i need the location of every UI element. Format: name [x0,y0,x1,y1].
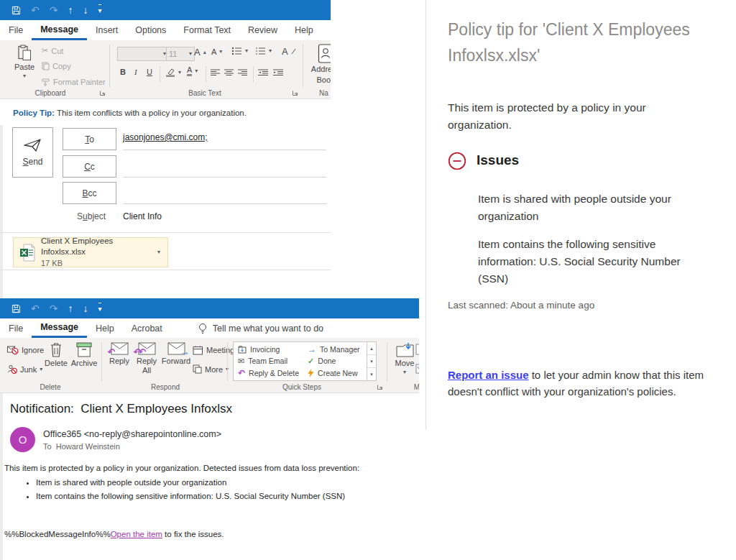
cc-button[interactable]: Cc [63,155,116,178]
attachment-dropdown-icon[interactable]: ▾ [157,249,160,255]
ignore-button[interactable]: Ignore [7,345,44,354]
italic-button[interactable]: I [134,68,137,76]
quick-step-to-manager[interactable]: → To Manager [308,344,362,355]
bold-button[interactable]: B [120,68,126,76]
move-down-icon[interactable]: ↓ [83,303,88,313]
font-size-combo[interactable]: 11 ▾ [166,47,195,61]
calendar-icon [193,345,203,355]
meeting-button[interactable]: Meeting [193,345,234,355]
underline-button[interactable]: U [147,68,152,76]
highlight-icon[interactable]: ▾ [165,68,181,77]
dialog-launcher-icon[interactable] [377,384,383,390]
quick-step-done[interactable]: ✓ Done [308,355,362,367]
to-button[interactable]: To [63,128,116,150]
forward-button[interactable]: → Forward [161,342,191,366]
gallery-down-icon[interactable]: ▾ [367,355,376,368]
redo-icon[interactable]: ↷ [50,5,58,15]
increase-indent-icon[interactable] [273,69,283,76]
customize-toolbar-icon[interactable]: ▾ [98,306,101,313]
names-group-label: Na [309,89,331,97]
field-underline [123,150,326,150]
tab-format-text[interactable]: Format Text [175,20,239,40]
reply-button[interactable]: ↶ Reply [106,342,132,366]
tab-review[interactable]: Review [239,20,286,40]
tab-options[interactable]: Options [126,20,175,40]
redo-icon[interactable]: ↷ [50,303,58,313]
paste-button[interactable]: Paste ▾ [10,45,39,79]
message-bullet-list: Item is shared with people outside your … [4,478,419,505]
reply-all-button[interactable]: ↶ ↶ ReplyAll [134,342,160,375]
quick-step-team-email[interactable]: ✉ Team Email [238,355,299,367]
numbering-icon[interactable]: ▾ [255,47,272,55]
send-button[interactable]: Send [12,127,53,178]
bcc-button[interactable]: Bcc [63,182,116,204]
more-button[interactable]: More ▾ [193,364,229,374]
attachment-chip[interactable]: Client X Employees Infoxlsx.xlsx 17 KB ▾ [13,237,168,267]
font-family-combo[interactable]: ▾ [117,47,169,61]
format-painter-icon [42,78,50,86]
tab-message[interactable]: Message [32,20,87,40]
align-center-icon[interactable] [224,69,234,76]
onenote-icon[interactable] [415,364,419,374]
address-book-button[interactable]: Address Book [308,44,331,84]
sender-line[interactable]: Office365 <no-reply@sharepointonline.com… [43,429,221,439]
reading-ribbon: Ignore Junk ▾ Delete Archive [0,338,419,393]
sender-avatar[interactable]: O [10,427,35,452]
align-right-icon[interactable] [238,69,247,76]
delete-button[interactable]: Delete [43,342,69,368]
move-down-icon[interactable]: ↓ [83,5,88,15]
dialog-launcher-icon[interactable] [99,90,106,96]
cut-button[interactable]: ✂ Cut [42,46,63,55]
blocked-message-token: %%BlockedMessageInfo%% [4,530,111,538]
undo-icon[interactable]: ↶ [31,303,40,313]
reading-titlebar: ↶ ↷ ↑ ↓ ▾ [0,298,419,318]
bullets-icon[interactable]: ▾ [231,47,248,55]
move-up-icon[interactable]: ↑ [68,303,73,313]
tab-file[interactable]: File [0,318,32,338]
rules-icon[interactable] [415,344,419,355]
move-button[interactable]: Move ▾ [392,342,417,375]
junk-button[interactable]: Junk ▾ [7,364,42,374]
font-color-icon[interactable]: A ▾ [187,66,198,76]
clipboard-group-label: Clipboard [0,89,101,97]
clear-formatting-icon[interactable]: A [282,46,296,57]
tab-help[interactable]: Help [87,318,123,338]
tab-insert[interactable]: Insert [87,20,126,40]
undo-icon[interactable]: ↶ [31,5,40,15]
tab-message[interactable]: Message [32,318,87,338]
recipient-name: Howard Weinstein [56,442,120,451]
gallery-more-icon[interactable]: ▾ [367,368,376,380]
move-group-label: M [402,383,419,391]
archive-button[interactable]: Archive [70,342,98,368]
format-painter-button[interactable]: Format Painter [42,78,106,86]
copy-button[interactable]: Copy [42,62,71,70]
customize-toolbar-icon[interactable]: ▾ [98,7,101,14]
shrink-font-icon[interactable]: A▾ [211,47,222,56]
save-icon[interactable] [12,304,21,313]
check-icon: ✓ [308,357,314,366]
quick-step-create-new[interactable]: Create New [308,367,362,379]
lightning-icon [308,369,314,377]
move-up-icon[interactable]: ↑ [68,5,73,15]
quick-step-reply-delete[interactable]: ↶ Reply & Delete [238,367,299,379]
forward-arrow-icon: → [180,347,190,358]
group-divider [109,45,110,87]
grow-font-icon[interactable]: A▴ [194,47,206,58]
subject-value[interactable]: Client Info [123,211,162,221]
align-left-icon[interactable] [211,69,220,76]
pages-icon [193,364,202,374]
report-issue-link[interactable]: Report an issue [448,369,529,381]
decrease-indent-icon[interactable] [258,69,268,76]
to-recipients[interactable]: jasonjones@cmi.com; [123,132,208,142]
tellme-box[interactable]: Tell me what you want to do [171,318,332,338]
gallery-up-icon[interactable]: ▴ [367,342,376,355]
open-item-link[interactable]: Open the item [111,530,162,538]
save-icon[interactable] [12,6,21,15]
panel-intro: This item is protected by a policy in yo… [448,99,685,134]
quick-step-invoicing[interactable]: Invoicing [238,344,299,355]
ignore-icon [7,345,19,354]
dialog-launcher-icon[interactable] [292,90,298,96]
tab-acrobat[interactable]: Acrobat [123,318,171,338]
tab-file[interactable]: File [0,20,32,40]
tab-help[interactable]: Help [286,20,322,40]
